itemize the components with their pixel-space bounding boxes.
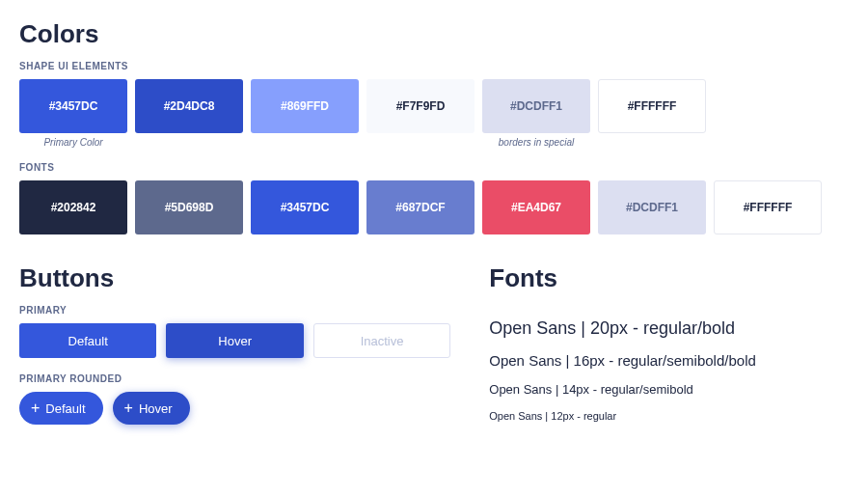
color-swatch: #5D698D bbox=[135, 180, 243, 234]
inactive-button: Inactive bbox=[313, 323, 450, 358]
swatch-caption: borders in special bbox=[482, 137, 590, 151]
color-swatch: #DCDFF1 bbox=[482, 79, 590, 133]
shape-ui-swatch-row: #3457DC#2D4DC8#869FFD#F7F9FD#DCDFF1#FFFF… bbox=[19, 79, 849, 133]
fonts-row-label: FONTS bbox=[19, 162, 849, 173]
swatch-caption bbox=[366, 137, 475, 151]
color-swatch: #3457DC bbox=[19, 79, 127, 133]
swatch-caption bbox=[598, 137, 706, 151]
color-swatch: #3457DC bbox=[251, 180, 359, 234]
swatch-caption: Primary Color bbox=[19, 137, 127, 151]
font-spec-20: Open Sans | 20px - regular/bold bbox=[489, 318, 849, 339]
font-spec-16: Open Sans | 16px - regular/semibold/bold bbox=[489, 352, 849, 369]
buttons-heading: Buttons bbox=[19, 263, 450, 293]
shape-ui-caption-row: Primary Colorborders in special bbox=[19, 137, 849, 151]
hover-button[interactable]: Hover bbox=[166, 323, 303, 358]
plus-icon: + bbox=[31, 400, 40, 416]
swatch-caption bbox=[135, 137, 243, 151]
primary-rounded-label: PRIMARY ROUNDED bbox=[19, 373, 450, 384]
color-swatch: #202842 bbox=[19, 180, 127, 234]
font-spec-14: Open Sans | 14px - regular/semibold bbox=[489, 382, 849, 397]
color-swatch: #FFFFFF bbox=[714, 180, 822, 234]
plus-icon: + bbox=[124, 400, 133, 416]
color-swatch: #2D4DC8 bbox=[135, 79, 243, 133]
color-swatch: #869FFD bbox=[251, 79, 359, 133]
rounded-hover-button[interactable]: + Hover bbox=[113, 392, 190, 425]
primary-button-row: Default Hover Inactive bbox=[19, 323, 450, 358]
shape-ui-label: SHAPE UI ELEMENTS bbox=[19, 61, 849, 71]
colors-heading: Colors bbox=[19, 19, 849, 49]
primary-label: PRIMARY bbox=[19, 305, 450, 316]
rounded-default-button[interactable]: + Default bbox=[19, 392, 103, 425]
rounded-button-row: + Default + Hover bbox=[19, 392, 450, 425]
swatch-caption bbox=[251, 137, 359, 151]
fonts-heading: Fonts bbox=[489, 263, 849, 293]
rounded-hover-label: Hover bbox=[139, 401, 173, 416]
color-swatch: #F7F9FD bbox=[366, 79, 475, 133]
default-button[interactable]: Default bbox=[19, 323, 156, 358]
color-swatch: #FFFFFF bbox=[598, 79, 706, 133]
color-swatch: #DCDFF1 bbox=[598, 180, 706, 234]
font-colors-swatch-row: #202842#5D698D#3457DC#687DCF#EA4D67#DCDF… bbox=[19, 180, 849, 234]
rounded-default-label: Default bbox=[45, 401, 85, 416]
color-swatch: #687DCF bbox=[366, 180, 475, 234]
font-spec-12: Open Sans | 12px - regular bbox=[489, 410, 849, 422]
color-swatch: #EA4D67 bbox=[482, 180, 590, 234]
